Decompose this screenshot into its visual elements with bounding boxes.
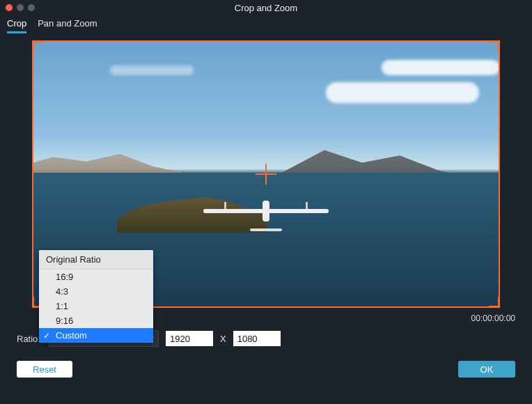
ratio-option-custom[interactable]: ✓ Custom bbox=[39, 328, 153, 343]
tab-pan-and-zoom[interactable]: Pan and Zoom bbox=[38, 18, 97, 33]
minimize-icon[interactable] bbox=[17, 4, 24, 11]
ratio-option-4-3[interactable]: 4:3 bbox=[39, 284, 153, 299]
ratio-dropdown-header[interactable]: Original Ratio bbox=[39, 250, 153, 270]
titlebar: Crop and Zoom bbox=[0, 0, 532, 15]
footer: Reset OK bbox=[0, 347, 532, 378]
ratio-option-1-1[interactable]: 1:1 bbox=[39, 299, 153, 313]
ratio-option-custom-label: Custom bbox=[56, 330, 87, 341]
zoom-icon[interactable] bbox=[28, 4, 35, 11]
ratio-option-16-9[interactable]: 16:9 bbox=[39, 270, 153, 284]
dimension-separator: X bbox=[220, 334, 226, 344]
timecode: 00:00:00:00 bbox=[471, 313, 515, 323]
close-icon[interactable] bbox=[6, 4, 13, 11]
tab-crop[interactable]: Crop bbox=[7, 18, 26, 33]
window-title: Crop and Zoom bbox=[0, 3, 532, 13]
ratio-option-9-16[interactable]: 9:16 bbox=[39, 313, 153, 328]
reset-button[interactable]: Reset bbox=[17, 361, 72, 378]
tabs: Crop Pan and Zoom bbox=[0, 15, 532, 33]
ok-button[interactable]: OK bbox=[458, 361, 515, 378]
checkmark-icon: ✓ bbox=[43, 331, 50, 341]
width-input[interactable] bbox=[166, 331, 213, 346]
crop-handle-top-left[interactable] bbox=[32, 40, 43, 52]
airplane-graphic bbox=[203, 209, 329, 213]
traffic-lights bbox=[6, 4, 35, 11]
crop-handle-top-right[interactable] bbox=[489, 40, 500, 52]
crop-handle-bottom-right[interactable] bbox=[489, 297, 500, 308]
height-input[interactable] bbox=[233, 331, 281, 346]
ratio-dropdown[interactable]: Original Ratio 16:9 4:3 1:1 9:16 ✓ Custo… bbox=[39, 250, 153, 343]
ratio-label: Ratio bbox=[17, 334, 42, 344]
